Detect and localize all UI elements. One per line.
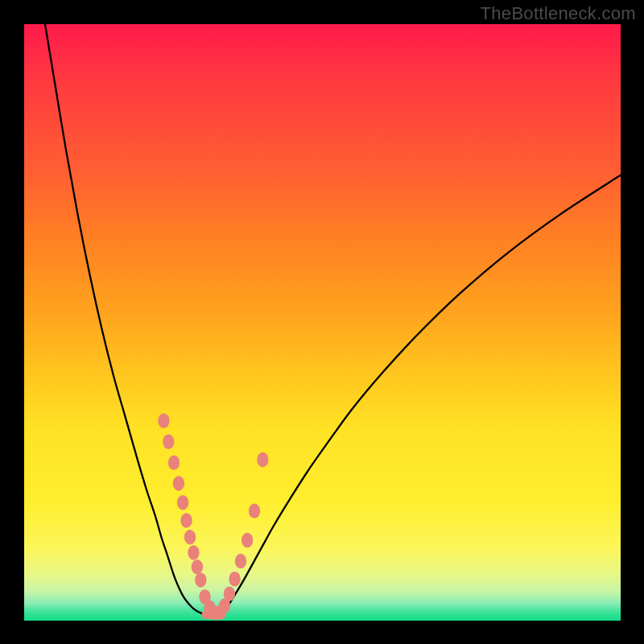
dot-marker (242, 533, 253, 547)
dot-marker (257, 452, 268, 467)
watermark-text: TheBottleneck.com (481, 3, 636, 24)
chart-frame: TheBottleneck.com (0, 0, 644, 644)
curve-right (221, 175, 621, 614)
plot-area (24, 24, 621, 621)
dot-marker (184, 530, 196, 544)
dot-marker (229, 572, 240, 586)
dot-marker (168, 455, 180, 469)
dot-marker (249, 503, 260, 518)
dot-marker (177, 495, 188, 510)
dot-marker (195, 572, 206, 587)
dot-marker (173, 476, 184, 490)
dot-marker (180, 513, 192, 527)
dot-marker (163, 435, 174, 449)
dot-marker (235, 554, 246, 568)
highlight-dots (158, 414, 268, 621)
chart-svg (24, 24, 621, 621)
dot-marker (188, 545, 199, 559)
dot-marker (224, 586, 235, 601)
dot-marker (192, 559, 203, 574)
curve-left (45, 24, 206, 615)
dot-marker (158, 414, 169, 428)
